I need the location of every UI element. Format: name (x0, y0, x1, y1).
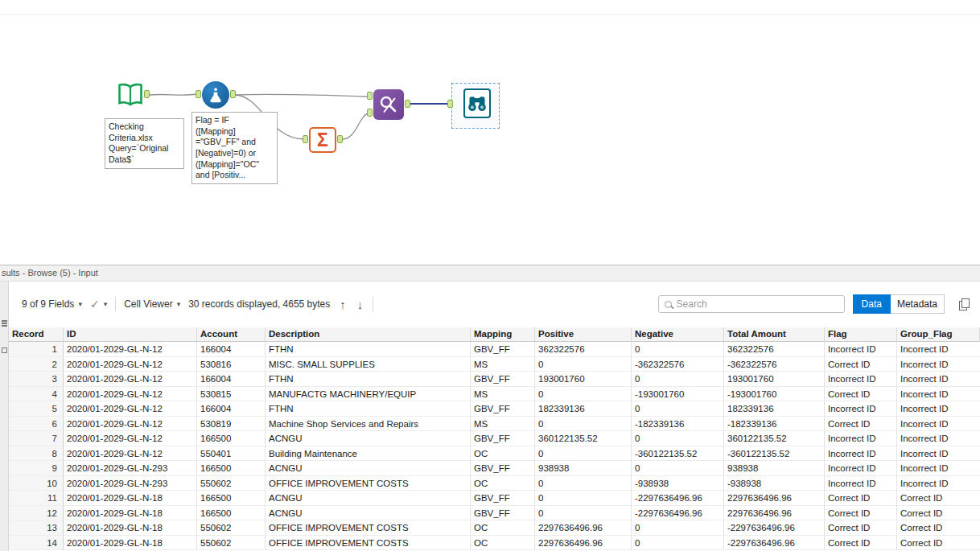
column-header-mapping[interactable]: Mapping (471, 327, 535, 342)
table-cell[interactable]: OC (471, 446, 535, 462)
table-cell[interactable]: -938938 (724, 476, 825, 491)
formula-input-anchor[interactable] (196, 90, 201, 98)
summarize-tool[interactable]: Σ (309, 127, 336, 153)
record-number-cell[interactable]: 11 (9, 491, 64, 506)
table-cell[interactable]: 0 (632, 520, 724, 536)
table-cell[interactable]: Incorrect ID (897, 387, 980, 402)
input-data-tool[interactable] (117, 82, 144, 108)
table-row[interactable]: 142020/01-2029-GL-N-18550602OFFICE IMPRO… (9, 536, 980, 551)
table-cell[interactable]: MS (471, 387, 535, 402)
table-cell[interactable]: 2020/01-2029-GL-N-12 (64, 372, 197, 387)
table-cell[interactable]: Correct ID (825, 357, 897, 372)
browse-input-anchor[interactable] (447, 100, 453, 108)
find-replace-input-r-anchor[interactable] (367, 109, 373, 117)
table-cell[interactable]: 0 (535, 476, 632, 491)
column-header-description[interactable]: Description (266, 327, 471, 342)
table-cell[interactable]: Incorrect ID (897, 446, 980, 462)
table-cell[interactable]: 2297636496.96 (535, 520, 632, 536)
table-cell[interactable]: OFFICE IMPROVEMENT COSTS (266, 520, 471, 536)
table-cell[interactable]: 0 (632, 536, 724, 551)
table-row[interactable]: 102020/01-2029-GL-N-293550602OFFICE IMPR… (9, 476, 980, 491)
table-row[interactable]: 122020/01-2029-GL-N-18166500ACNGUGBV_FF0… (9, 506, 980, 521)
table-cell[interactable]: OC (471, 476, 535, 491)
table-cell[interactable]: 2020/01-2029-GL-N-18 (64, 506, 197, 521)
column-header-positive[interactable]: Positive (535, 327, 632, 342)
column-header-total-amount[interactable]: Total Amount (724, 327, 825, 342)
table-cell[interactable]: 360122135.52 (724, 431, 825, 446)
table-cell[interactable]: Incorrect ID (825, 461, 897, 476)
table-cell[interactable]: Correct ID (825, 520, 897, 536)
table-cell[interactable]: 938938 (535, 461, 632, 476)
table-cell[interactable]: 2020/01-2029-GL-N-293 (64, 476, 197, 491)
table-cell[interactable]: Incorrect ID (825, 446, 897, 462)
browse-tool[interactable] (463, 88, 491, 118)
column-header-flag[interactable]: Flag (825, 327, 897, 342)
table-cell[interactable]: GBV_FF (471, 401, 535, 417)
table-cell[interactable]: 182339136 (535, 401, 632, 417)
column-header-record[interactable]: Record (9, 327, 64, 342)
table-cell[interactable]: Incorrect ID (897, 372, 980, 387)
record-number-cell[interactable]: 1 (9, 342, 64, 357)
input-output-anchor[interactable] (144, 90, 150, 98)
table-cell[interactable]: 2020/01-2029-GL-N-18 (64, 491, 197, 506)
table-cell[interactable]: 0 (535, 491, 632, 506)
record-number-cell[interactable]: 3 (9, 372, 64, 387)
table-cell[interactable]: 2020/01-2029-GL-N-12 (64, 417, 197, 432)
table-cell[interactable]: 362322576 (535, 342, 632, 357)
table-row[interactable]: 52020/01-2029-GL-N-12166004FTHNGBV_FF182… (9, 401, 980, 417)
results-side-toolbar[interactable] (0, 282, 9, 551)
data-tab-button[interactable]: Data (853, 294, 891, 314)
table-cell[interactable]: ACNGU (266, 506, 471, 521)
summarize-output-anchor[interactable] (337, 135, 343, 143)
table-cell[interactable]: 0 (632, 431, 724, 446)
table-cell[interactable]: GBV_FF (471, 342, 535, 357)
table-cell[interactable]: Incorrect ID (897, 357, 980, 372)
table-cell[interactable]: 2020/01-2029-GL-N-12 (64, 357, 197, 372)
table-row[interactable]: 72020/01-2029-GL-N-12166500ACNGUGBV_FF36… (9, 431, 980, 446)
table-cell[interactable]: -182339136 (632, 417, 724, 432)
table-cell[interactable]: Incorrect ID (897, 431, 980, 446)
record-number-cell[interactable]: 2 (9, 357, 64, 372)
table-cell[interactable]: 2297636496.96 (724, 491, 825, 506)
input-tool-annotation[interactable]: Checking Criteria.xlsx Query=`Original D… (105, 118, 184, 169)
table-cell[interactable]: MS (471, 357, 535, 372)
table-cell[interactable]: 0 (632, 342, 724, 357)
wire-summarize-to-findreplace[interactable] (343, 113, 369, 139)
table-cell[interactable]: Incorrect ID (825, 476, 897, 491)
table-cell[interactable]: GBV_FF (471, 372, 535, 387)
table-row[interactable]: 82020/01-2029-GL-N-12550401Building Main… (9, 446, 980, 462)
record-number-cell[interactable]: 9 (9, 461, 64, 476)
table-cell[interactable]: GBV_FF (471, 431, 535, 446)
table-cell[interactable]: 166004 (197, 342, 266, 357)
table-cell[interactable]: Building Maintenance (266, 446, 471, 462)
workflow-canvas[interactable]: Σ Checking Criteria.xlsx Query=`Original… (0, 0, 980, 265)
search-input[interactable] (677, 298, 838, 310)
table-cell[interactable]: Correct ID (897, 520, 980, 536)
record-number-cell[interactable]: 8 (9, 446, 64, 462)
table-cell[interactable]: 0 (535, 357, 632, 372)
table-cell[interactable]: -193001760 (632, 387, 724, 402)
wire-input-to-formula[interactable] (150, 94, 196, 95)
table-cell[interactable]: ACNGU (266, 461, 471, 476)
table-row[interactable]: 22020/01-2029-GL-N-12530816MISC. SMALL S… (9, 357, 980, 372)
record-number-cell[interactable]: 14 (9, 536, 64, 551)
table-cell[interactable]: 166004 (197, 372, 266, 387)
table-cell[interactable]: 0 (535, 506, 632, 521)
table-cell[interactable]: 2020/01-2029-GL-N-18 (64, 536, 197, 551)
table-cell[interactable]: OFFICE IMPROVEMENT COSTS (266, 476, 471, 491)
table-cell[interactable]: 2020/01-2029-GL-N-18 (64, 520, 197, 536)
table-cell[interactable]: 0 (632, 401, 724, 417)
table-cell[interactable]: Incorrect ID (897, 342, 980, 357)
table-cell[interactable]: 2020/01-2029-GL-N-12 (64, 446, 197, 462)
table-cell[interactable]: Correct ID (825, 506, 897, 521)
table-cell[interactable]: ACNGU (266, 431, 471, 446)
table-cell[interactable]: OC (471, 536, 535, 551)
table-cell[interactable]: -360122135.52 (632, 446, 724, 462)
table-cell[interactable]: MS (471, 417, 535, 432)
table-cell[interactable]: Incorrect ID (825, 372, 897, 387)
table-cell[interactable]: 182339136 (724, 401, 825, 417)
table-cell[interactable]: GBV_FF (471, 491, 535, 506)
record-number-cell[interactable]: 12 (9, 506, 64, 521)
table-cell[interactable]: 2020/01-2029-GL-N-293 (64, 461, 197, 476)
table-cell[interactable]: 550602 (197, 536, 266, 551)
